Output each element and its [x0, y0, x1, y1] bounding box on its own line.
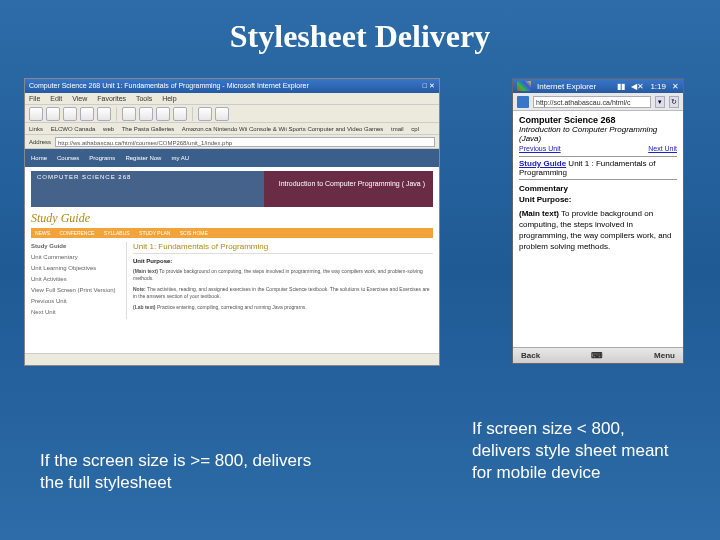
link-item[interactable]: Amazon.ca Nintendo Wii Console & Wii Spo… — [182, 126, 384, 132]
window-controls[interactable]: □ ✕ — [423, 79, 435, 93]
system-bar: Internet Explorer ▮▮ ◀✕ 1:19 ✕ — [513, 79, 683, 93]
nav-courses[interactable]: Courses — [57, 155, 79, 161]
next-unit-link[interactable]: Next Unit — [648, 145, 677, 152]
unit-purpose-label: Unit Purpose: — [133, 258, 433, 264]
address-bar: Address http://ws.athabascau.ca/html/cou… — [25, 135, 439, 149]
mobile-study-guide: Study Guide Unit 1 : Fundamentals of Pro… — [519, 159, 677, 177]
signal-icon: ▮▮ — [617, 82, 625, 91]
banner-course-code: COMPUTER SCIENCE 268 — [37, 174, 131, 180]
mobile-toolbar: http://sct.athabascau.ca/html/c ▾ ↻ — [513, 93, 683, 111]
dropdown-icon[interactable]: ▾ — [655, 96, 665, 108]
unit-purpose-heading: Unit Purpose: — [519, 195, 677, 204]
menu-tools[interactable]: Tools — [136, 95, 152, 102]
sidebar-item[interactable]: Unit Activities — [31, 275, 122, 283]
course-banner: COMPUTER SCIENCE 268 Introduction to Com… — [31, 171, 433, 207]
speaker-icon: ◀✕ — [631, 82, 644, 91]
sidebar-item[interactable]: Next Unit — [31, 308, 122, 316]
link-item[interactable]: web — [103, 126, 114, 132]
sidebar-item[interactable]: Unit Learning Objectives — [31, 264, 122, 272]
mobile-unit-nav: Previous Unit Next Unit — [519, 145, 677, 152]
media-button[interactable] — [156, 107, 170, 121]
tab-syllabus[interactable]: SYLLABUS — [104, 230, 130, 236]
banner-course-title: Introduction to Computer Programming ( J… — [279, 179, 425, 188]
sidebar: Study Guide Unit Commentary Unit Learnin… — [31, 242, 127, 319]
nav-home[interactable]: Home — [31, 155, 47, 161]
mobile-course-title: Computer Science 268 — [519, 115, 677, 125]
tab-studyplan[interactable]: STUDY PLAN — [139, 230, 170, 236]
desktop-browser-window: Computer Science 268 Unit 1: Fundamental… — [24, 78, 440, 366]
slide-title: Stylesheet Delivery — [0, 0, 720, 65]
address-input[interactable]: http://ws.athabascau.ca/html/courses/COM… — [55, 137, 435, 147]
menu-file[interactable]: File — [29, 95, 40, 102]
back-button[interactable] — [29, 107, 43, 121]
print-button[interactable] — [215, 107, 229, 121]
softkey-back[interactable]: Back — [521, 351, 540, 360]
mobile-browser-window: Internet Explorer ▮▮ ◀✕ 1:19 ✕ http://sc… — [512, 78, 684, 364]
sidebar-item[interactable]: Unit Commentary — [31, 253, 122, 261]
close-icon[interactable]: ✕ — [672, 82, 679, 91]
divider — [519, 156, 677, 157]
history-button[interactable] — [173, 107, 187, 121]
tab-conference[interactable]: CONFERENCE — [59, 230, 94, 236]
lab-text-para: (Lab text) Practice entering, compiling,… — [133, 304, 433, 311]
caption-left: If the screen size is >= 800, delivers t… — [40, 450, 320, 494]
mail-button[interactable] — [198, 107, 212, 121]
links-bar: Links ELCWO Canada web The Pasta Galleri… — [25, 123, 439, 135]
nav-register[interactable]: Register Now — [125, 155, 161, 161]
favorites-icon[interactable] — [517, 96, 529, 108]
unit-title: Unit 1: Fundamentals of Programming — [133, 242, 433, 254]
study-guide-heading: Study Guide — [31, 211, 433, 226]
stop-button[interactable] — [63, 107, 77, 121]
nav-myau[interactable]: my AU — [171, 155, 189, 161]
nav-programs[interactable]: Programs — [89, 155, 115, 161]
main-text-para: (Main text) To provide background on com… — [133, 268, 433, 282]
mobile-page-content: Computer Science 268 Introduction to Com… — [513, 111, 683, 347]
menu-help[interactable]: Help — [162, 95, 176, 102]
mobile-body-text: (Main text) To provide background on com… — [519, 208, 677, 252]
go-button[interactable]: ↻ — [669, 96, 679, 108]
mobile-address-input[interactable]: http://sct.athabascau.ca/html/c — [533, 96, 651, 108]
main-content: Unit 1: Fundamentals of Programming Unit… — [133, 242, 433, 319]
sidebar-heading: Study Guide — [31, 242, 122, 250]
prev-unit-link[interactable]: Previous Unit — [519, 145, 561, 152]
favorites-button[interactable] — [139, 107, 153, 121]
status-bar — [25, 353, 439, 365]
search-button[interactable] — [122, 107, 136, 121]
app-title: Internet Explorer — [537, 82, 596, 91]
note-para: Note: The activities, reading, and assig… — [133, 286, 433, 300]
refresh-button[interactable] — [80, 107, 94, 121]
page-content: Home Courses Programs Register Now my AU… — [25, 149, 439, 353]
toolbar — [25, 105, 439, 123]
tab-news[interactable]: NEWS — [35, 230, 50, 236]
link-item[interactable]: The Pasta Galleries — [122, 126, 175, 132]
link-item[interactable]: tmail — [391, 126, 404, 132]
course-tabs: NEWS CONFERENCE SYLLABUS STUDY PLAN SCIS… — [31, 228, 433, 238]
sidebar-item[interactable]: Previous Unit — [31, 297, 122, 305]
home-button[interactable] — [97, 107, 111, 121]
tab-scis[interactable]: SCIS HOME — [180, 230, 208, 236]
menu-view[interactable]: View — [72, 95, 87, 102]
links-label: Links — [29, 126, 43, 132]
clock: 1:19 — [650, 82, 666, 91]
menubar[interactable]: File Edit View Favorites Tools Help — [25, 93, 439, 105]
caption-right: If screen size < 800, delivers style she… — [472, 418, 672, 484]
link-item[interactable]: cpl — [411, 126, 419, 132]
divider — [519, 179, 677, 180]
start-icon[interactable] — [517, 81, 531, 91]
address-label: Address — [29, 139, 51, 145]
link-item[interactable]: ELCWO Canada — [51, 126, 96, 132]
commentary-heading: Commentary — [519, 184, 677, 193]
forward-button[interactable] — [46, 107, 60, 121]
window-title: Computer Science 268 Unit 1: Fundamental… — [29, 79, 309, 93]
keyboard-icon[interactable]: ⌨ — [591, 351, 603, 360]
menu-favorites[interactable]: Favorites — [97, 95, 126, 102]
site-header-nav: Home Courses Programs Register Now my AU — [25, 149, 439, 167]
mobile-course-subtitle: Introduction to Computer Programming (Ja… — [519, 125, 677, 143]
sidebar-item[interactable]: View Full Screen (Print Version) — [31, 286, 122, 294]
menu-edit[interactable]: Edit — [50, 95, 62, 102]
window-titlebar: Computer Science 268 Unit 1: Fundamental… — [25, 79, 439, 93]
study-guide-link[interactable]: Study Guide — [519, 159, 566, 168]
softkey-menu[interactable]: Menu — [654, 351, 675, 360]
softkey-bar: Back ⌨ Menu — [513, 347, 683, 363]
